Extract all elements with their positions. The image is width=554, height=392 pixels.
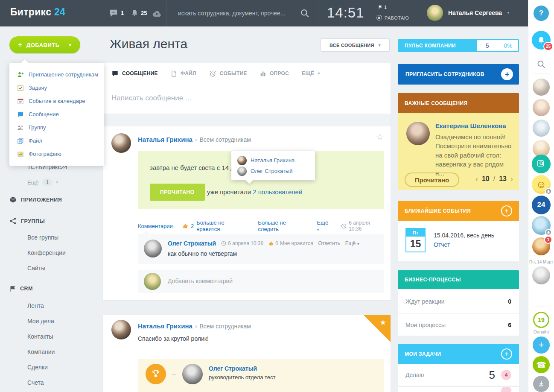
add-chat-button[interactable]: + [533, 336, 550, 354]
chat-contact-avatar[interactable] [532, 266, 550, 284]
avatar[interactable] [111, 320, 131, 339]
tab-more[interactable]: ЕЩЁ ▾ [302, 70, 320, 76]
online-counter[interactable]: 19 [533, 312, 549, 328]
sidebar-item-companies[interactable]: Компании [27, 348, 55, 355]
comment-more-link[interactable]: Ещё ▾ [345, 240, 359, 246]
calendar-weekday: Пт [406, 229, 425, 237]
prev-arrow[interactable]: ‹ [475, 175, 478, 183]
comment-like[interactable]: 0 Мне нравится [268, 240, 313, 246]
task-row[interactable]: Делаю 5 4 [398, 364, 519, 386]
important-messages-header[interactable]: ВАЖНЫЕ СООБЩЕНИЯ [398, 93, 519, 113]
avatar[interactable] [406, 122, 430, 145]
avatar[interactable] [111, 133, 131, 153]
bell-icon[interactable] [131, 9, 139, 18]
sidebar-item-invoices[interactable]: Счета [27, 379, 44, 386]
reader-row[interactable]: Олег Строкатый [237, 166, 309, 176]
my-tasks-header[interactable]: МОИ ЗАДАЧИ + [398, 344, 519, 364]
recent-contact-avatar[interactable] [533, 99, 550, 116]
sidebar-item-contacts[interactable]: Контакты [27, 333, 53, 340]
mark-read-button[interactable]: Прочитано [405, 173, 459, 187]
readers-link[interactable]: 2 пользователей [253, 188, 302, 196]
avatar[interactable] [427, 5, 443, 21]
avatar[interactable] [144, 240, 162, 257]
work-status[interactable]: РАБОТАЮ [376, 15, 409, 20]
event-link[interactable]: Отчет [434, 241, 450, 248]
search-icon[interactable] [300, 9, 309, 18]
add-comment-row[interactable]: Добавить комментарий [138, 270, 384, 293]
flag-counter[interactable]: 1 [378, 5, 387, 10]
tab-file[interactable]: ФАЙЛ [171, 70, 196, 77]
sidebar-section-apps[interactable]: ПРИЛОЖЕНИЯ [9, 196, 62, 203]
comment-author-link[interactable]: Олег Строкатый [168, 240, 216, 247]
clock[interactable]: 14:51 [327, 5, 364, 21]
bitrix24-chat-button[interactable]: 24 [532, 196, 551, 214]
comments-link[interactable]: Комментарии [138, 223, 173, 229]
menu-item-photo[interactable]: Фотографию [9, 147, 104, 161]
favorite-star-icon[interactable]: ☆ [376, 132, 384, 142]
business-processes-header[interactable]: БИЗНЕС-ПРОЦЕССЫ [398, 270, 519, 289]
chat-contact-avatar[interactable]: 1 [532, 237, 550, 255]
reply-link[interactable]: Ответить [318, 240, 340, 246]
more-link[interactable]: Ещё ▾ [317, 219, 332, 232]
invite-employees-button[interactable]: ПРИГЛАСИТЬ СОТРУДНИКОВ + [398, 64, 519, 85]
read-confirm-button[interactable]: ПРОЧИТАНО [150, 184, 205, 201]
menu-item-invite[interactable]: Приглашение сотрудникам [9, 68, 104, 81]
post-audience[interactable]: Всем сотрудникам [200, 136, 251, 143]
next-arrow[interactable]: › [510, 175, 513, 183]
sidebar-section-groups[interactable]: ГРУППЫ [9, 217, 45, 225]
avatar[interactable] [182, 364, 203, 384]
sidebar-item-sites[interactable]: Сайты [27, 265, 45, 272]
add-comment-input[interactable]: Добавить комментарий [168, 278, 233, 284]
add-task-button[interactable]: + [501, 348, 512, 360]
sidebar-item-feed[interactable]: Лента [27, 302, 44, 309]
cloud-icon[interactable] [152, 10, 162, 17]
chat-icon[interactable] [109, 9, 118, 17]
add-event-button[interactable]: + [501, 205, 512, 216]
menu-item-file[interactable]: Файл [9, 134, 104, 147]
notifications-button[interactable]: 25 [532, 31, 551, 50]
process-row[interactable]: Ждут реакции 0 [398, 289, 519, 314]
feed-filter-button[interactable]: ВСЕ СООБЩЕНИЯ ▾ [321, 38, 390, 52]
upcoming-events-header[interactable]: БЛИЖАЙШИЕ СОБЫТИЯ + [398, 201, 519, 221]
reader-row[interactable]: Наталья Грихина [237, 155, 309, 166]
sidebar-item-conferences[interactable]: Конференции [27, 249, 66, 256]
task-row-partial[interactable] [398, 387, 519, 392]
recent-contact-avatar[interactable] [533, 120, 550, 137]
favorite-ribbon[interactable]: ★ [363, 315, 391, 342]
search-input[interactable] [167, 10, 300, 17]
process-row[interactable]: Мои процессы 6 [398, 314, 519, 336]
sidebar-item-my-activities[interactable]: Мои дела [27, 318, 54, 325]
sidebar-item-all-groups[interactable]: Все группы [27, 234, 58, 241]
sidebar-item-deals[interactable]: Сделки [27, 364, 48, 371]
tab-message[interactable]: СООБЩЕНИЕ [111, 70, 158, 77]
download-app-button[interactable] [533, 376, 549, 392]
group-chat-avatar[interactable]: ☺ [532, 175, 551, 194]
sidebar-more[interactable]: Ещё 1 ▾ [27, 178, 58, 186]
tab-event[interactable]: СОБЫТИЕ [209, 70, 247, 77]
sidebar-section-crm[interactable]: CRM [9, 285, 33, 292]
post-author-link[interactable]: Наталья Грихина [138, 322, 192, 330]
menu-item-calendar-event[interactable]: Событие в календаре [9, 94, 104, 108]
recent-contact-avatar[interactable] [533, 79, 550, 96]
composer-input[interactable]: Написать сообщение ... [111, 94, 191, 102]
menu-item-group[interactable]: Группу [9, 121, 104, 134]
call-button[interactable]: ☎ [533, 356, 550, 373]
search-icon[interactable] [537, 60, 546, 69]
post-audience[interactable]: Всем сотрудникам [200, 323, 251, 330]
group-chat-avatar[interactable] [532, 216, 551, 235]
chat-counter[interactable]: 1 [121, 10, 124, 16]
bell-counter[interactable]: 25 [141, 10, 147, 16]
menu-item-message[interactable]: Сообщение [9, 108, 104, 121]
help-button[interactable]: ? [534, 6, 549, 21]
tab-poll[interactable]: ОПРОС [260, 70, 289, 77]
unlike-link[interactable]: 2 Больше не нравится [182, 219, 248, 232]
unfollow-link[interactable]: Больше не следить [258, 219, 307, 232]
add-button[interactable]: + ДОБАВИТЬ ▾ [9, 36, 80, 53]
author-link[interactable]: Екатерина Шеленкова [435, 122, 506, 129]
post-author-link[interactable]: Наталья Грихина [138, 136, 192, 143]
menu-item-task[interactable]: Задачу [9, 81, 104, 94]
award-recipient-link[interactable]: Олег Строкатый [209, 365, 257, 372]
crm-search-button[interactable] [532, 155, 551, 173]
user-menu[interactable]: Наталья Сергеева ▾ [427, 5, 509, 21]
company-pulse-widget[interactable]: ПУЛЬС КОМПАНИИ 5 0% [398, 39, 519, 52]
